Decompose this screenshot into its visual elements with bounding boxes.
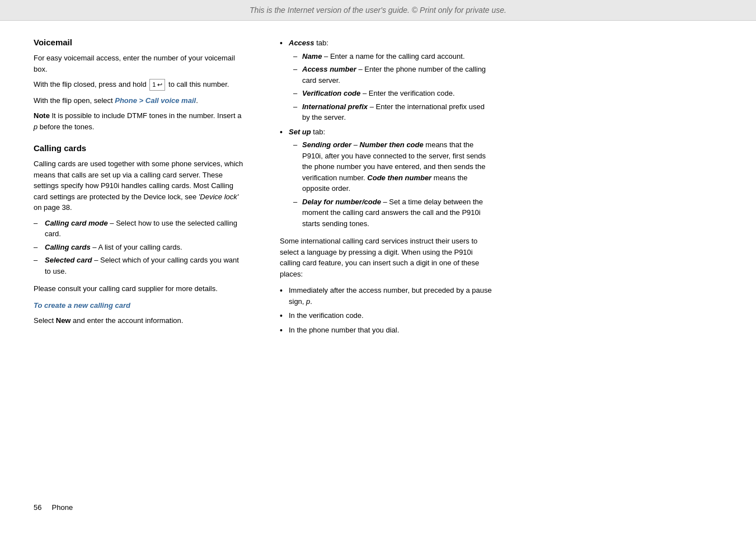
calling-cards-intro: Calling cards are used together with som… — [34, 158, 246, 213]
access-number-bold: Access number — [302, 65, 356, 73]
footer-section: Phone — [52, 503, 73, 512]
intl-bullet-2: In the verification code. — [289, 311, 364, 320]
list-item: Verification code – Enter the verificati… — [289, 88, 492, 99]
note-suffix: before the tones. — [37, 123, 94, 131]
calling-cards-heading: Calling cards — [34, 143, 246, 153]
setup-tab-label: Set up — [289, 128, 311, 136]
note-text: It is possible to include DTMF tones in … — [50, 111, 242, 120]
setup-tab-text: tab: — [311, 128, 325, 136]
verification-code-text: – Enter the verification code. — [360, 89, 454, 97]
right-column: Access tab: Name – Enter a name for the … — [269, 38, 492, 342]
to-create-new: New — [56, 316, 71, 325]
voicemail-heading: Voicemail — [34, 38, 246, 47]
voicemail-section: Voicemail For easy voicemail access, ent… — [34, 38, 246, 132]
phone-key-icon: 1 ↩ — [149, 79, 165, 91]
to-create-instructions: Select New and enter the account informa… — [34, 315, 246, 326]
list-item: Name – Enter a name for the calling card… — [289, 51, 492, 62]
voicemail-para2: With the flip closed, press and hold 1 ↩… — [34, 79, 246, 91]
access-name-text: – Enter a name for the calling card acco… — [322, 52, 464, 60]
number-then-code: Number then code — [360, 140, 424, 149]
page-footer: 56 Phone — [34, 503, 73, 512]
voicemail-menu-link: Phone > Call voice mail — [115, 96, 196, 105]
intl-bullet-1: Immediately after the access number, but… — [289, 286, 492, 306]
bullet-bold-3: Selected card — [45, 256, 92, 264]
to-create-label-para: To create a new calling card — [34, 300, 246, 311]
watermark-bar: This is the Internet version of the user… — [0, 0, 756, 21]
list-item: Sending order – Number then code means t… — [289, 139, 492, 194]
footer-page-number: 56 — [34, 503, 41, 512]
voicemail-para2-suffix: to call this number. — [166, 80, 229, 88]
left-column: Voicemail For easy voicemail access, ent… — [34, 38, 246, 342]
to-create-label: To create a new calling card — [34, 301, 130, 310]
verification-code-bold: Verification code — [302, 89, 360, 97]
delay-bold: Delay for number/code — [302, 198, 381, 206]
list-item: Immediately after the access number, but… — [280, 285, 492, 307]
content-area: Voicemail For easy voicemail access, ent… — [0, 21, 756, 364]
list-item: Access number – Enter the phone number o… — [289, 64, 492, 86]
code-then-number: Code then number — [367, 174, 431, 182]
sending-order-dash: – — [351, 140, 359, 149]
bullet-bold-1: Calling card mode — [45, 219, 108, 227]
sending-order-bold: Sending order — [302, 140, 351, 149]
access-tab-text: tab: — [314, 39, 328, 47]
list-item: Delay for number/code – Set a time delay… — [289, 196, 492, 229]
setup-tab-item: Set up tab: Sending order – Number then … — [280, 127, 492, 229]
list-item: In the verification code. — [280, 310, 492, 321]
access-name-bold: Name — [302, 52, 322, 60]
international-intro: Some international calling card services… — [280, 236, 492, 279]
voicemail-para3: With the flip open, select Phone > Call … — [34, 95, 246, 106]
setup-tab-subitems: Sending order – Number then code means t… — [289, 139, 492, 229]
voicemail-para1: For easy voicemail access, enter the num… — [34, 53, 246, 74]
calling-cards-intro-suffix: on page 38. — [34, 203, 72, 212]
voicemail-para3-prefix: With the flip open, select — [34, 96, 115, 105]
voicemail-note: Note It is possible to include DTMF tone… — [34, 110, 246, 132]
bullet-bold-2: Calling cards — [45, 243, 91, 251]
access-tab-label: Access — [289, 39, 314, 47]
calling-cards-bullet-list: Calling card mode – Select how to use th… — [34, 218, 246, 277]
list-item: International prefix – Enter the interna… — [289, 101, 492, 123]
calling-cards-consult: Please consult your calling card supplie… — [34, 283, 246, 294]
list-item: Calling card mode – Select how to use th… — [34, 218, 246, 240]
to-create-select: Select — [34, 316, 56, 325]
voicemail-para2-prefix: With the flip closed, press and hold — [34, 80, 148, 88]
intl-prefix-bold: International prefix — [302, 102, 368, 111]
access-tab-item: Access tab: Name – Enter a name for the … — [280, 38, 492, 123]
international-bullets: Immediately after the access number, but… — [280, 285, 492, 335]
intl-bullet-3: In the phone number that you dial. — [289, 326, 399, 334]
right-column-bullets: Access tab: Name – Enter a name for the … — [280, 38, 492, 229]
calling-cards-intro-link: 'Device lock' — [199, 193, 238, 201]
bullet-text-2: – A list of your calling cards. — [91, 243, 182, 251]
list-item: Calling cards – A list of your calling c… — [34, 242, 246, 253]
calling-cards-section: Calling cards Calling cards are used tog… — [34, 143, 246, 326]
to-create-suffix: and enter the account information. — [71, 316, 183, 325]
page-container: This is the Internet version of the user… — [0, 0, 756, 534]
voicemail-para3-suffix: . — [196, 96, 198, 105]
access-tab-subitems: Name – Enter a name for the calling card… — [289, 51, 492, 123]
watermark-text: This is the Internet version of the user… — [250, 6, 506, 15]
list-item: Selected card – Select which of your cal… — [34, 255, 246, 277]
list-item: In the phone number that you dial. — [280, 325, 492, 336]
note-label: Note — [34, 111, 50, 120]
